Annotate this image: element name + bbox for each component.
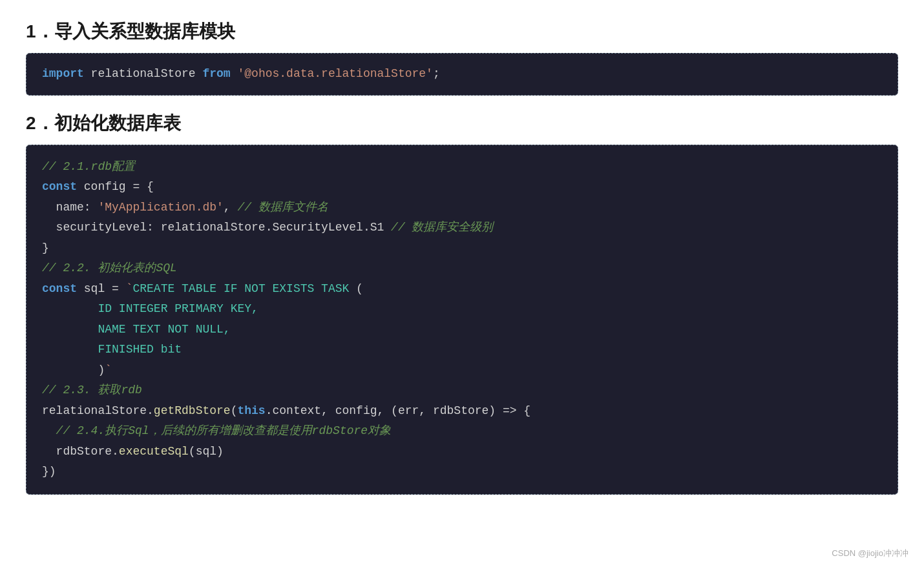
execute-args: (sql) bbox=[189, 445, 224, 458]
import-keyword: import bbox=[42, 67, 84, 80]
comment-2-1: // 2.1.rdb配置 bbox=[42, 157, 882, 178]
this-kw: this bbox=[237, 404, 265, 417]
get-rdb-line: relationalStore.getRdbStore(this.context… bbox=[42, 401, 882, 422]
comment-2-3: // 2.3. 获取rdb bbox=[42, 380, 882, 401]
comment-security: // 数据库安全级别 bbox=[391, 221, 493, 234]
module-path: '@ohos.data.relationalStore' bbox=[231, 67, 433, 80]
config-close-brace: } bbox=[42, 238, 882, 259]
comment-name: // 数据库文件名 bbox=[237, 201, 328, 214]
section-2-code-block: // 2.1.rdb配置 const config = { name: 'MyA… bbox=[26, 145, 898, 495]
const-kw-2: const bbox=[42, 282, 77, 295]
security-line: securityLevel: relationalStore.SecurityL… bbox=[42, 218, 882, 238]
fn-getRdbStore: getRdbStore bbox=[154, 404, 231, 417]
comma-1: , bbox=[224, 201, 238, 214]
sql-finished-indent bbox=[42, 343, 98, 356]
sql-create: CREATE TABLE IF NOT EXISTS TASK bbox=[132, 282, 349, 295]
rdb-call: relationalStore. bbox=[42, 404, 154, 417]
section-1: 1．导入关系型数据库模块 import relationalStore from… bbox=[26, 19, 898, 96]
sql-close-line: )` bbox=[42, 360, 882, 381]
sql-name-line: NAME TEXT NOT NULL, bbox=[42, 320, 882, 340]
callback-close: }) bbox=[42, 462, 882, 482]
rdb-args-rest: .context, config, (err, rdbStore) => { bbox=[266, 404, 530, 417]
watermark: CSDN @jiojio冲冲冲 bbox=[832, 548, 908, 559]
sql-paren-open: ( bbox=[349, 282, 363, 295]
backtick-1: ` bbox=[126, 282, 133, 295]
execute-sql-line: rdbStore.executeSql(sql) bbox=[42, 442, 882, 462]
comment-2-2: // 2.2. 初始化表的SQL bbox=[42, 258, 882, 279]
semicolon: ; bbox=[433, 67, 440, 80]
name-prop: name: bbox=[42, 201, 98, 214]
section-2: 2．初始化数据库表 // 2.1.rdb配置 const config = { … bbox=[26, 111, 898, 495]
sql-indent-close: ) bbox=[42, 364, 105, 376]
comment-2-4: // 2.4.执行Sql，后续的所有增删改查都是使用rdbStore对象 bbox=[42, 421, 882, 442]
backtick-2: ` bbox=[105, 364, 112, 376]
sql-id-indent bbox=[42, 302, 98, 315]
section-1-heading: 1．导入关系型数据库模块 bbox=[26, 19, 898, 44]
sql-id: ID INTEGER PRIMARY KEY, bbox=[98, 302, 258, 315]
sql-declaration: const sql = `CREATE TABLE IF NOT EXISTS … bbox=[42, 279, 882, 300]
sql-name-indent bbox=[42, 323, 98, 336]
fn-executeSql: executeSql bbox=[119, 445, 189, 458]
sql-name: NAME TEXT NOT NULL, bbox=[98, 323, 230, 336]
const-kw-1: const bbox=[42, 180, 77, 193]
config-declaration: const config = { bbox=[42, 177, 882, 198]
section-2-title: 2．初始化数据库表 bbox=[26, 111, 181, 136]
section-1-code-line: import relationalStore from '@ohos.data.… bbox=[42, 64, 882, 85]
rdb-store-call: rdbStore. bbox=[42, 445, 119, 458]
config-assign: config = { bbox=[77, 180, 154, 193]
db-name-value: 'MyApplication.db' bbox=[98, 201, 223, 214]
sql-finished-line: FINISHED bit bbox=[42, 340, 882, 360]
section-1-title: 1．导入关系型数据库模块 bbox=[26, 19, 235, 44]
module-name: relationalStore bbox=[84, 67, 203, 80]
section-1-code-block: import relationalStore from '@ohos.data.… bbox=[26, 53, 898, 96]
section-2-heading: 2．初始化数据库表 bbox=[26, 111, 898, 136]
page-container: 1．导入关系型数据库模块 import relationalStore from… bbox=[0, 0, 924, 567]
sql-assign: sql = bbox=[77, 282, 126, 295]
sql-id-line: ID INTEGER PRIMARY KEY, bbox=[42, 299, 882, 320]
security-prop: securityLevel: relationalStore.SecurityL… bbox=[42, 221, 391, 234]
from-keyword: from bbox=[202, 67, 230, 80]
rdb-args-start: ( bbox=[231, 404, 238, 417]
watermark-text: CSDN @jiojio冲冲冲 bbox=[832, 548, 908, 558]
sql-finished: FINISHED bit bbox=[98, 343, 182, 356]
config-name-line: name: 'MyApplication.db', // 数据库文件名 bbox=[42, 198, 882, 218]
